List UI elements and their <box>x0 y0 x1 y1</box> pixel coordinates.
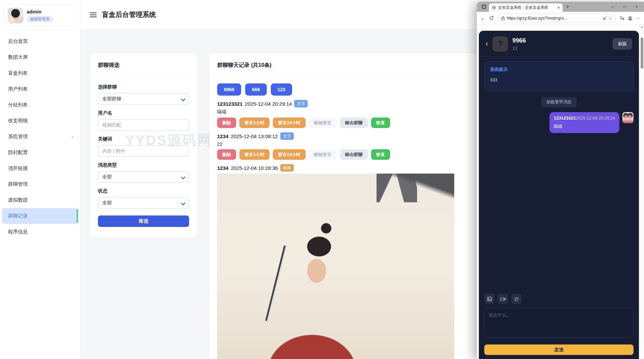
scrollbar-thumb[interactable] <box>641 37 643 69</box>
action-mute-2h-button[interactable]: 禁言2小时 <box>239 118 269 128</box>
message-header: 12342025-12-04 10:28:36视频 <box>217 164 470 172</box>
sidebar-item-virtual-data[interactable]: 虚拟数据 <box>2 192 78 208</box>
chat-refresh-button[interactable]: 刷新 <box>613 38 632 50</box>
back-icon[interactable]: ← <box>480 15 486 21</box>
message-actions: 删除禁言2小时禁言24小时解除禁言移出群聊恢复 <box>217 149 470 160</box>
sidebar-item-label: 群聊记录 <box>8 213 28 219</box>
address-bar[interactable]: https://grzy.91wx.xyz/?mod=gro... A) ☆ <box>497 14 616 23</box>
sidebar-item-anti-block[interactable]: 防封配置 <box>2 145 78 160</box>
message-user: 123123321 <box>217 101 242 107</box>
video-frame[interactable] <box>217 174 454 359</box>
action-remove-from-group-button[interactable]: 移出群聊 <box>340 149 368 160</box>
sidebar-item-home[interactable]: 后台首页 <box>2 33 78 49</box>
menu-toggle-icon[interactable] <box>90 12 97 17</box>
action-mute-24h-button[interactable]: 禁言24小时 <box>273 149 305 160</box>
globe-icon <box>492 5 496 10</box>
refresh-icon[interactable] <box>489 16 494 21</box>
action-unmute-button[interactable]: 解除禁言 <box>309 118 337 128</box>
avatar <box>8 8 23 23</box>
video-upload-button[interactable] <box>498 294 508 304</box>
system-label: 系统提示 <box>490 67 628 73</box>
chat-input[interactable] <box>484 308 634 338</box>
group-tab-123[interactable]: 123 <box>271 83 292 96</box>
chat-msg-text: 嘻嘻 <box>554 124 615 130</box>
sidebar-nav: 后台首页数据大屏盲盒列表用户列表分站列表收支明细系统管理›防封配置强开链接群聊管… <box>0 33 80 240</box>
favorite-star-icon[interactable]: ☆ <box>609 16 612 21</box>
group-tab-9966[interactable]: 9966 <box>217 83 241 96</box>
read-aloud-icon[interactable]: A) <box>603 16 606 21</box>
group-tabs: 9966666123 <box>217 83 470 96</box>
action-unmute-button[interactable]: 解除禁言 <box>309 149 337 160</box>
sidebar-item-user-list[interactable]: 用户列表 <box>2 81 78 97</box>
more-menu-icon[interactable]: ⋯ <box>636 16 641 21</box>
username-input[interactable] <box>98 119 189 131</box>
minimize-icon[interactable]: ─ <box>606 2 618 11</box>
maximize-icon[interactable]: □ <box>618 2 630 11</box>
sidebar-item-data-screen[interactable]: 数据大屏 <box>2 49 78 65</box>
message-actions: 删除禁言2小时禁言24小时解除禁言移出群聊恢复 <box>217 118 470 128</box>
status-select[interactable]: 全部 <box>98 197 189 209</box>
sidebar-item-site-list[interactable]: 分站列表 <box>2 97 78 113</box>
sidebar-item-box-list[interactable]: 盲盒列表 <box>2 65 78 81</box>
message-type-badge: 文字 <box>294 100 308 107</box>
action-mute-24h-button[interactable]: 禁言24小时 <box>273 118 305 128</box>
user-card[interactable]: admin 超级管理员 <box>4 5 76 26</box>
group-name: 9966 <box>512 37 526 44</box>
group-avatar: ? <box>492 36 508 52</box>
collections-icon[interactable] <box>619 16 624 21</box>
message-time: 2025-12-04 20:29:14 <box>245 101 292 107</box>
sidebar-item-label: 收支明细 <box>8 118 28 124</box>
filter-submit-button[interactable]: 筛选 <box>98 215 189 227</box>
sidebar-item-force-link[interactable]: 强开链接 <box>2 160 78 176</box>
records-panel: 群聊聊天记录 (共10条) 9966666123 1231233212025-1… <box>209 53 479 359</box>
new-tab-icon[interactable]: + <box>566 4 569 10</box>
sync-button[interactable] <box>511 294 521 304</box>
chat-msg-time: 2025-12-04 20:29:14 <box>576 116 615 121</box>
scroll-up-icon[interactable]: ▲ <box>640 25 644 29</box>
video-sword-shape <box>265 245 287 321</box>
sidebar-item-label: 程序信息 <box>8 229 28 235</box>
sidebar-item-finance[interactable]: 收支明细 <box>2 113 78 129</box>
action-restore-button[interactable]: 恢复 <box>371 149 390 160</box>
group-tab-666[interactable]: 666 <box>245 83 266 96</box>
action-delete-button[interactable]: 删除 <box>217 149 236 160</box>
sidebar-item-program-info[interactable]: 程序信息 <box>2 224 78 240</box>
filter-panel-title: 群聊筛选 <box>90 53 197 77</box>
select-value: 全部 <box>102 174 112 180</box>
keyword-input[interactable] <box>98 145 189 157</box>
message-content: 22 <box>217 142 470 147</box>
group-select[interactable]: 全部群聊 <box>98 93 189 105</box>
sidebar-item-group-manage[interactable]: 群聊管理 <box>2 176 78 192</box>
sidebar-item-label: 数据大屏 <box>8 54 28 60</box>
message-header: 1231233212025-12-04 20:29:14文字 <box>217 100 470 107</box>
action-mute-2h-button[interactable]: 禁言2小时 <box>239 149 269 160</box>
action-remove-from-group-button[interactable]: 移出群聊 <box>340 118 368 128</box>
page-scrollbar[interactable]: ▲ <box>639 25 644 359</box>
send-button[interactable]: 发送 <box>484 344 634 355</box>
sidebar-item-system[interactable]: 系统管理› <box>2 129 78 145</box>
profile-icon[interactable] <box>628 16 633 21</box>
video-camera-icon <box>500 296 506 302</box>
system-message-card: 系统提示 333 <box>484 61 634 92</box>
page-title: 盲盒后台管理系统 <box>102 10 156 19</box>
message-time: 2025-12-04 13:08:12 <box>231 133 278 139</box>
message-header: 12342025-12-04 13:08:12文字 <box>217 132 470 140</box>
message-user: 1234 <box>217 133 228 139</box>
tab-close-icon[interactable]: × <box>557 5 560 10</box>
chat-back-icon[interactable]: ‹ <box>486 40 488 48</box>
image-upload-button[interactable] <box>484 294 494 304</box>
filter-fields: 选择群聊全部群聊用户名关键词消息类型全部状态全部筛选 <box>90 77 197 234</box>
lock-icon <box>501 16 505 20</box>
browser-window: 交友盲盒系统 - 交友盲盒系统 × + ─ □ × ← https://grzy… <box>477 2 644 359</box>
sidebar-item-group-records[interactable]: 群聊记录 <box>2 208 78 224</box>
tab-actions-icon[interactable] <box>480 3 488 10</box>
action-delete-button[interactable]: 删除 <box>217 118 236 128</box>
select-value: 全部 <box>102 200 112 206</box>
msg-type-select[interactable]: 全部 <box>98 171 189 183</box>
close-icon[interactable]: × <box>630 2 643 11</box>
role-badge: 超级管理员 <box>27 16 53 22</box>
action-restore-button[interactable]: 恢复 <box>371 118 390 128</box>
load-earlier-button[interactable]: 加载更早消息 <box>541 97 577 107</box>
user-name: admin <box>27 9 53 15</box>
browser-tab[interactable]: 交友盲盒系统 - 交友盲盒系统 × <box>489 3 563 12</box>
